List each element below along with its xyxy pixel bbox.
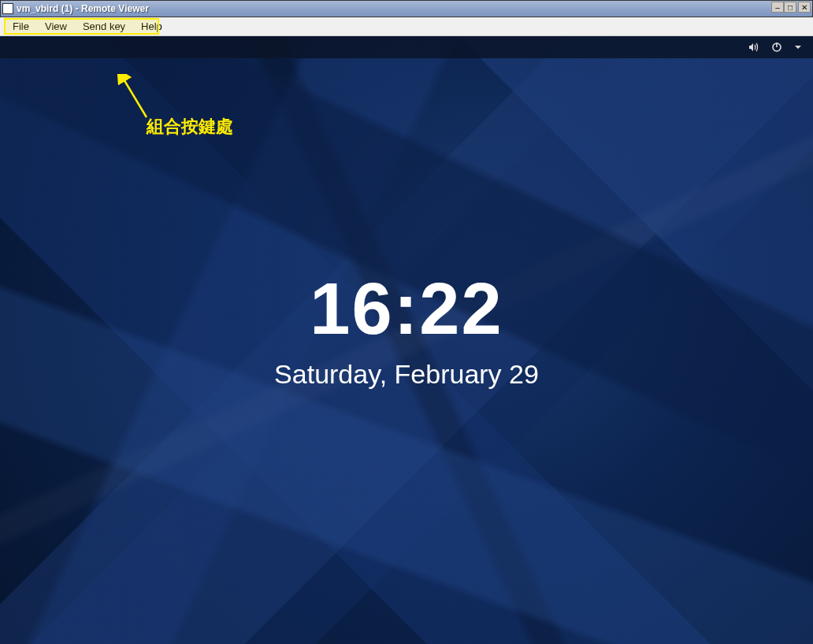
window-controls: – □ ✕ (771, 2, 811, 13)
menu-view[interactable]: View (37, 19, 75, 34)
menu-sendkey[interactable]: Send key (75, 19, 133, 34)
maximize-button[interactable]: □ (784, 2, 796, 13)
menu-file[interactable]: File (5, 19, 37, 34)
volume-icon[interactable] (747, 41, 759, 54)
close-button[interactable]: ✕ (798, 2, 811, 13)
guest-display[interactable]: 16:22 Saturday, February 29 組合按鍵處 (0, 36, 813, 644)
clock-time: 16:22 (274, 272, 539, 345)
menu-help[interactable]: Help (133, 19, 170, 34)
gnome-topbar (0, 36, 813, 58)
app-icon (2, 3, 13, 14)
close-icon: ✕ (801, 3, 807, 12)
menubar: File View Send key Help (0, 17, 813, 36)
clock-date: Saturday, February 29 (274, 359, 539, 390)
minimize-button[interactable]: – (771, 2, 784, 13)
power-icon[interactable] (770, 41, 783, 54)
window-titlebar[interactable]: vm_vbird (1) - Remote Viewer – □ ✕ (0, 0, 813, 17)
minimize-icon: – (775, 3, 780, 12)
lock-screen-clock: 16:22 Saturday, February 29 (274, 272, 539, 390)
maximize-icon: □ (788, 3, 793, 12)
window-title: vm_vbird (1) - Remote Viewer (17, 3, 149, 14)
chevron-down-icon[interactable] (794, 43, 802, 51)
